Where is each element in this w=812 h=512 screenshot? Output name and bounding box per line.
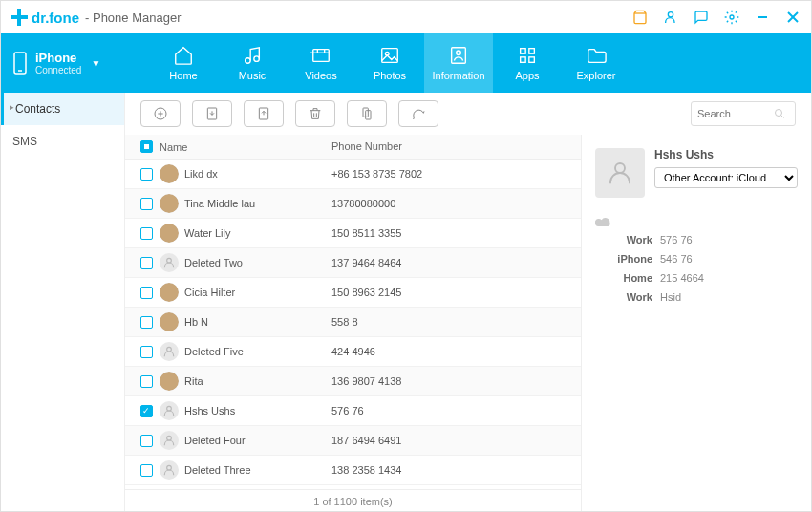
table-row[interactable]: Deleted Three138 2358 1434	[125, 456, 581, 485]
contact-phone: 138 2358 1434	[331, 464, 573, 476]
contact-name: Cicia Hilter	[184, 287, 235, 298]
svg-rect-1	[11, 15, 28, 19]
row-checkbox[interactable]	[140, 346, 153, 358]
user-icon[interactable]	[662, 9, 679, 26]
svg-point-34	[160, 224, 179, 243]
nav-apps[interactable]: Apps	[493, 33, 562, 93]
svg-point-10	[254, 56, 260, 61]
svg-rect-15	[382, 49, 398, 63]
avatar	[160, 224, 179, 243]
svg-point-39	[160, 372, 179, 391]
contact-phone: 150 8963 2145	[331, 287, 573, 298]
row-checkbox[interactable]	[140, 405, 153, 417]
contacts-table: Name Phone Number Likd dx+86 153 8735 78…	[125, 135, 582, 512]
table-row[interactable]: Water Lily150 8511 3355	[125, 219, 581, 248]
home-icon	[173, 45, 194, 66]
table-row[interactable]: Likd dx+86 153 8735 7802	[125, 160, 581, 189]
svg-point-32	[160, 164, 179, 183]
nav-explorer[interactable]: Explorer	[562, 33, 630, 93]
table-row[interactable]: Cicia Hilter150 8963 2145	[125, 278, 581, 308]
nav-photos[interactable]: Photos	[355, 33, 424, 93]
select-all-checkbox[interactable]	[140, 140, 153, 153]
row-checkbox[interactable]	[140, 168, 153, 181]
transfer-button[interactable]	[347, 100, 387, 127]
export-button[interactable]	[244, 100, 284, 127]
row-checkbox[interactable]	[140, 316, 153, 329]
row-checkbox[interactable]	[140, 375, 153, 388]
nav-home[interactable]: Home	[149, 33, 218, 93]
contact-name: Rita	[184, 375, 203, 387]
search-input[interactable]	[697, 108, 774, 119]
nav-music[interactable]: Music	[218, 33, 287, 93]
table-row[interactable]: Deleted Five424 4946	[125, 337, 581, 367]
avatar	[160, 372, 179, 391]
row-checkbox[interactable]	[140, 464, 153, 477]
close-icon[interactable]	[784, 9, 801, 26]
message-icon[interactable]	[693, 9, 710, 26]
detail-field: Work576 76	[595, 234, 798, 245]
contact-name: Deleted Three	[184, 464, 251, 476]
detail-field: Home215 4664	[595, 272, 798, 284]
column-name[interactable]: Name	[160, 140, 331, 153]
nav-information[interactable]: Information	[424, 33, 493, 93]
row-checkbox[interactable]	[140, 257, 153, 269]
contact-phone: 136 9807 4138	[331, 375, 573, 387]
settings-icon[interactable]	[723, 9, 740, 26]
row-checkbox[interactable]	[140, 287, 153, 299]
music-icon	[242, 45, 263, 66]
table-row[interactable]: Deleted Two137 9464 8464	[125, 248, 581, 278]
field-label: Home	[595, 272, 652, 284]
svg-point-40	[167, 406, 172, 411]
contact-phone: 576 76	[331, 405, 573, 416]
field-label: iPhone	[595, 253, 652, 265]
delete-button[interactable]	[295, 100, 335, 127]
row-checkbox[interactable]	[140, 435, 153, 447]
search-box[interactable]	[691, 101, 796, 126]
table-header: Name Phone Number	[125, 135, 581, 160]
field-label: Work	[595, 234, 652, 245]
svg-point-3	[730, 15, 734, 19]
table-row[interactable]: Hshs Ushs576 76	[125, 396, 581, 426]
detail-name: Hshs Ushs	[654, 148, 798, 161]
svg-point-33	[160, 194, 179, 213]
field-label: Work	[595, 291, 652, 303]
logo-icon	[11, 9, 28, 26]
device-selector[interactable]: iPhone Connected ▼	[1, 33, 149, 93]
svg-point-38	[167, 347, 172, 352]
table-row[interactable]: Tina Middle lau13780080000	[125, 189, 581, 219]
svg-rect-11	[313, 50, 330, 62]
contact-name: Deleted Five	[184, 346, 244, 357]
device-name: iPhone	[35, 51, 81, 65]
contact-phone: 150 8511 3355	[331, 227, 573, 239]
cart-icon[interactable]	[631, 9, 649, 26]
table-row[interactable]: Deleted Four187 6494 6491	[125, 426, 581, 456]
detail-field: iPhone546 76	[595, 253, 798, 265]
avatar	[160, 460, 179, 480]
sidebar: ContactsSMS	[1, 93, 125, 512]
avatar	[160, 253, 179, 272]
contact-name: Hb N	[184, 316, 208, 328]
avatar	[160, 342, 179, 361]
row-checkbox[interactable]	[140, 198, 153, 210]
table-row[interactable]: Hb N558 8	[125, 308, 581, 337]
toolbar	[125, 93, 811, 135]
contact-name: Water Lily	[184, 227, 231, 239]
import-button[interactable]	[192, 100, 232, 127]
refresh-button[interactable]	[398, 100, 438, 127]
account-select[interactable]: Other Account: iCloud	[654, 167, 798, 188]
contact-name: Hshs Ushs	[184, 405, 235, 416]
nav-videos[interactable]: Videos	[287, 33, 355, 93]
table-row[interactable]: Rita136 9807 4138	[125, 367, 581, 396]
information-icon	[448, 45, 469, 66]
minimize-icon[interactable]	[754, 9, 771, 26]
search-icon	[774, 108, 785, 119]
sidebar-item-sms[interactable]: SMS	[1, 125, 124, 158]
column-phone[interactable]: Phone Number	[331, 140, 573, 153]
explorer-icon	[586, 45, 607, 66]
sidebar-item-contacts[interactable]: Contacts	[1, 93, 124, 125]
titlebar: dr.fone - Phone Manager	[1, 1, 811, 33]
svg-point-43	[615, 163, 625, 173]
row-checkbox[interactable]	[140, 227, 153, 240]
contact-name: Tina Middle lau	[184, 198, 255, 209]
add-button[interactable]	[140, 100, 181, 127]
